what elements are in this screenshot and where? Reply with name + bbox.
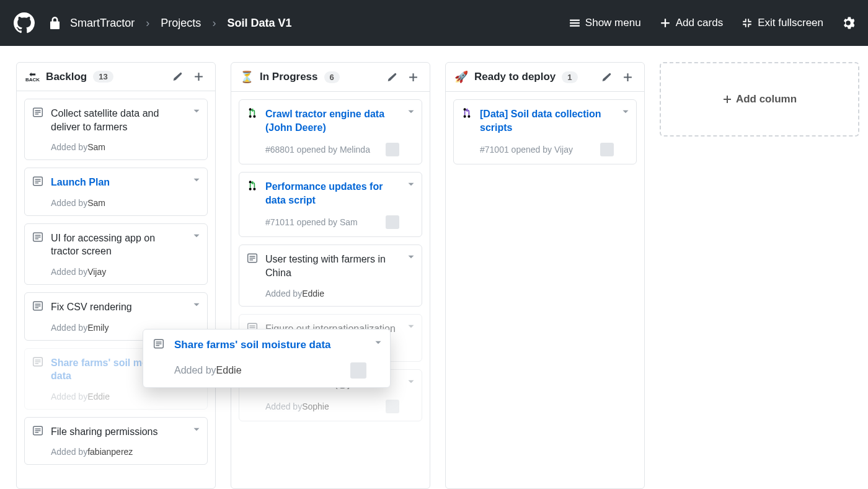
card-meta-name: Vijay [87,267,106,277]
card-meta-name: Eddie [302,289,324,298]
edit-column-button[interactable] [598,71,614,84]
card-meta-name: fabianperez [87,447,133,457]
menu-icon [569,17,580,29]
card-menu-button[interactable] [405,106,417,120]
card-meta-prefix: Added by [265,289,302,298]
card-meta-prefix: Added by [51,392,87,402]
column-title: In Progress [260,71,318,83]
plus-icon [660,17,671,29]
column-emoji: 🚀 [454,70,468,84]
avatar [350,362,366,379]
column-count: 6 [324,71,340,83]
card-meta: Added by Sam [51,142,185,152]
card-meta: #71011 opened by Sam [265,215,399,229]
card[interactable]: Performance updates for data script #710… [239,172,422,237]
card-meta: Added by Vijay [51,267,185,277]
column-count: 1 [562,71,577,83]
settings-icon[interactable] [842,17,854,29]
board-column: ⏳ In Progress 6 Crawl tractor engine dat… [231,62,430,489]
note-icon [153,338,164,352]
card-meta: Added by Sam [51,198,185,208]
pull-request-icon [461,107,472,121]
note-icon [32,231,43,245]
exit-fullscreen-button[interactable]: Exit fullscreen [742,17,823,29]
card-menu-button[interactable] [405,251,417,265]
avatar [386,400,399,413]
add-column-button[interactable]: Add column [660,62,859,137]
header-right: Show menu Add cards Exit fullscreen [569,17,854,29]
edit-column-button[interactable] [169,70,185,83]
add-card-button[interactable] [191,70,206,83]
card-menu-button[interactable] [191,424,202,437]
card-meta-name: Eddie [216,365,242,376]
card-title[interactable]: [Data] Soil data collection scripts [480,107,614,134]
avatar [600,143,614,156]
card-title: File sharing permissions [51,425,185,439]
card[interactable]: Crawl tractor engine data (John Deere) #… [239,99,422,164]
card-meta-prefix: Added by [51,323,87,333]
breadcrumb-repo[interactable]: SmartTractor [70,17,135,30]
header-left: SmartTractor › Projects › Soil Data V1 [14,12,569,34]
card-meta-prefix: Added by [265,402,302,411]
card-title: Collect satellite data and deliver to fa… [51,107,185,133]
add-cards-button[interactable]: Add cards [660,17,724,29]
card-menu-button[interactable] [373,337,384,351]
card-menu-button[interactable] [405,179,417,192]
note-icon [247,253,258,266]
chevron-right-icon: › [146,17,149,30]
card-menu-button[interactable] [191,174,202,188]
card-title[interactable]: Crawl tractor engine data (John Deere) [265,107,399,134]
card-meta-name: Eddie [87,392,110,402]
chevron-right-icon: › [212,17,216,30]
note-icon [32,356,43,370]
card-meta-text: #71001 opened by Vijay [480,145,573,155]
card-title[interactable]: Launch Plan [51,176,185,189]
add-card-button[interactable] [620,71,636,84]
add-cards-label: Add cards [676,17,724,29]
show-menu-button[interactable]: Show menu [569,17,641,29]
card[interactable]: User testing with farmers in China Added… [239,244,422,306]
card-meta: #68801 opened by Melinda [265,143,399,156]
card-menu-button[interactable] [191,299,202,313]
card-meta-prefix: Added by [51,447,87,457]
card-menu-button[interactable] [191,105,202,119]
card[interactable]: UI for accessing app on tractor screen A… [24,223,208,285]
add-card-button[interactable] [405,71,421,84]
card-meta: Added by Eddie [51,392,185,402]
dragging-card[interactable]: Share farms' soil moisture data Added by… [143,329,391,388]
card[interactable]: Launch Plan Added by Sam [24,168,208,216]
board-column: 🚀 Ready to deploy 1 [Data] Soil data col… [445,62,645,489]
edit-column-button[interactable] [384,71,399,84]
card-list: [Data] Soil data collection scripts #710… [446,92,644,172]
breadcrumb-current: Soil Data V1 [227,17,291,30]
avatar [386,143,399,156]
card-menu-button[interactable] [620,106,631,120]
card[interactable]: [Data] Soil data collection scripts #710… [453,99,637,164]
github-logo-icon[interactable] [14,12,35,34]
card-title[interactable]: Share farms' soil moisture data [174,338,366,352]
card-meta-name: Sophie [302,402,329,411]
card-meta-prefix: Added by [51,142,87,152]
breadcrumb-projects[interactable]: Projects [161,17,201,30]
card[interactable]: Collect satellite data and deliver to fa… [24,99,208,160]
lock-icon [50,17,60,29]
column-header: ⏳ In Progress 6 [231,63,430,92]
card-title: Fix CSV rendering [51,300,185,314]
column-header: ⬅BACK Backlog 13 [17,63,215,91]
card-meta-name: Sam [87,142,105,152]
column-title: Ready to deploy [474,71,556,83]
note-icon [32,107,43,120]
column-header: 🚀 Ready to deploy 1 [446,63,644,92]
card-meta-prefix: Added by [174,365,216,376]
card-menu-button[interactable] [405,376,417,390]
note-icon [32,425,43,439]
card[interactable]: File sharing permissions Added by fabian… [24,417,208,465]
board-column: ⬅BACK Backlog 13 Collect satellite data … [16,62,216,489]
card-meta: Added by fabianperez [51,447,185,457]
card-meta: #71001 opened by Vijay [480,143,614,156]
card-menu-button[interactable] [405,321,417,334]
card-title[interactable]: Performance updates for data script [265,180,399,207]
card-menu-button[interactable] [191,230,202,244]
column-count: 13 [93,71,113,83]
add-column-label: Add column [736,93,797,105]
